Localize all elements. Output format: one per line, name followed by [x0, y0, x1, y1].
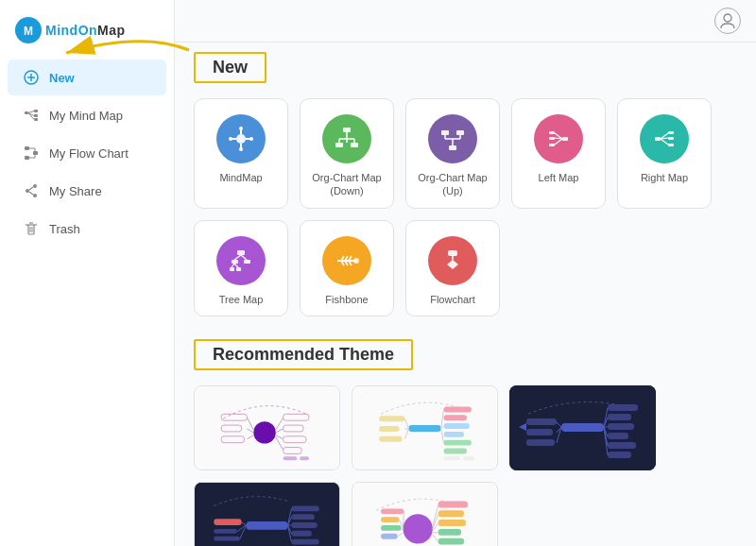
sidebar-item-new-label: New — [49, 71, 75, 85]
org-chart-down-label: Org-Chart Map (Down) — [308, 171, 386, 198]
svg-rect-53 — [549, 131, 555, 134]
svg-rect-109 — [444, 432, 465, 437]
svg-point-163 — [404, 514, 433, 543]
svg-rect-52 — [562, 137, 568, 141]
svg-rect-103 — [300, 456, 309, 460]
new-icon — [23, 69, 40, 86]
svg-rect-126 — [608, 414, 631, 420]
mindmap-label: MindMap — [219, 171, 262, 184]
sidebar-item-new[interactable]: New — [8, 60, 166, 95]
svg-rect-114 — [379, 436, 402, 442]
svg-rect-55 — [549, 144, 555, 146]
logo-text: MindOnMap — [45, 23, 126, 38]
svg-rect-107 — [444, 415, 467, 420]
recommended-theme-title: Recommended Theme — [194, 339, 413, 370]
map-card-mindmap[interactable]: MindMap — [194, 98, 288, 209]
svg-rect-166 — [438, 520, 466, 526]
org-chart-up-label: Org-Chart Map (Up) — [414, 171, 491, 198]
svg-line-22 — [29, 187, 33, 190]
svg-rect-61 — [668, 137, 674, 140]
svg-rect-164 — [438, 501, 468, 507]
map-card-right-map[interactable]: Right Map — [617, 98, 712, 209]
logo-icon: M — [15, 17, 42, 43]
sidebar: M MindOnMap New My Mind Map My Flow Char… — [0, 0, 175, 546]
map-type-grid: MindMap Org-Chart Map (Down) Org-Chart M… — [194, 98, 737, 316]
sidebar-item-trash[interactable]: Trash — [8, 211, 166, 247]
map-card-org-chart-up[interactable]: Org-Chart Map (Up) — [405, 98, 500, 209]
svg-point-21 — [26, 189, 29, 193]
theme-card-3[interactable] — [509, 385, 656, 470]
map-card-org-chart-down[interactable]: Org-Chart Map (Down) — [300, 98, 394, 209]
svg-rect-129 — [608, 442, 636, 449]
svg-rect-46 — [441, 130, 449, 135]
sidebar-item-trash-label: Trash — [49, 222, 80, 236]
svg-line-58 — [555, 139, 562, 145]
svg-point-82 — [353, 258, 359, 264]
svg-point-19 — [33, 184, 37, 188]
svg-line-71 — [234, 255, 241, 260]
tree-map-label: Tree Map — [219, 293, 264, 306]
user-avatar-button[interactable] — [714, 8, 741, 34]
flow-chart-icon — [23, 145, 40, 162]
right-map-icon — [640, 114, 689, 163]
svg-rect-12 — [25, 146, 29, 150]
svg-rect-122 — [463, 456, 474, 460]
map-card-fishbone[interactable]: Fishbone — [300, 220, 394, 316]
svg-rect-172 — [381, 525, 402, 531]
svg-rect-168 — [438, 538, 464, 545]
svg-rect-165 — [438, 510, 464, 517]
svg-line-9 — [28, 111, 34, 113]
svg-rect-171 — [381, 517, 400, 522]
svg-rect-112 — [379, 416, 404, 421]
svg-rect-124 — [561, 423, 604, 432]
tree-map-icon — [216, 236, 266, 285]
svg-rect-38 — [343, 128, 351, 132]
theme-card-2[interactable] — [352, 385, 498, 470]
svg-line-23 — [29, 192, 33, 195]
theme-card-4[interactable] — [194, 482, 340, 546]
svg-rect-130 — [608, 452, 631, 458]
svg-rect-59 — [655, 137, 661, 141]
theme-card-5[interactable] — [352, 482, 498, 546]
map-card-left-map[interactable]: Left Map — [511, 98, 606, 209]
svg-rect-110 — [444, 440, 472, 446]
svg-rect-47 — [456, 130, 464, 135]
new-section-title: New — [194, 52, 266, 83]
sidebar-item-my-mind-map[interactable]: My Mind Map — [8, 97, 166, 133]
main-content: New MindMap Org-Chart Map (Down) Org-Cha… — [175, 0, 756, 546]
map-card-tree-map[interactable]: Tree Map — [194, 220, 288, 316]
svg-rect-62 — [668, 144, 674, 146]
svg-rect-102 — [284, 456, 298, 460]
sidebar-item-my-mind-map-label: My Mind Map — [49, 109, 123, 123]
org-chart-up-icon — [428, 114, 477, 163]
sidebar-item-my-share-label: My Share — [49, 184, 102, 198]
sidebar-item-my-flow-chart[interactable]: My Flow Chart — [8, 135, 166, 171]
left-map-icon — [534, 114, 583, 163]
svg-rect-108 — [444, 423, 470, 429]
svg-rect-6 — [34, 110, 38, 112]
theme-grid — [194, 385, 737, 546]
svg-rect-133 — [526, 439, 555, 446]
svg-rect-45 — [449, 145, 456, 150]
svg-rect-39 — [335, 143, 343, 147]
svg-point-36 — [229, 137, 232, 141]
logo: M MindOnMap — [0, 9, 174, 59]
sidebar-item-my-share[interactable]: My Share — [8, 173, 166, 209]
svg-line-73 — [232, 264, 234, 267]
svg-rect-7 — [34, 114, 38, 117]
svg-rect-147 — [291, 514, 314, 520]
svg-text:M: M — [24, 25, 33, 38]
svg-rect-152 — [214, 529, 236, 534]
sidebar-item-my-flow-chart-label: My Flow Chart — [49, 146, 129, 161]
theme-card-1[interactable] — [194, 385, 340, 470]
svg-rect-105 — [408, 425, 440, 432]
svg-marker-84 — [447, 260, 458, 269]
svg-rect-131 — [526, 418, 557, 425]
map-card-flowchart[interactable]: Flowchart — [405, 220, 500, 316]
left-map-label: Left Map — [539, 171, 579, 184]
svg-rect-149 — [291, 531, 312, 537]
svg-rect-54 — [549, 137, 555, 140]
svg-rect-111 — [444, 448, 467, 453]
mindmap-icon — [216, 114, 266, 163]
svg-rect-113 — [379, 426, 400, 432]
